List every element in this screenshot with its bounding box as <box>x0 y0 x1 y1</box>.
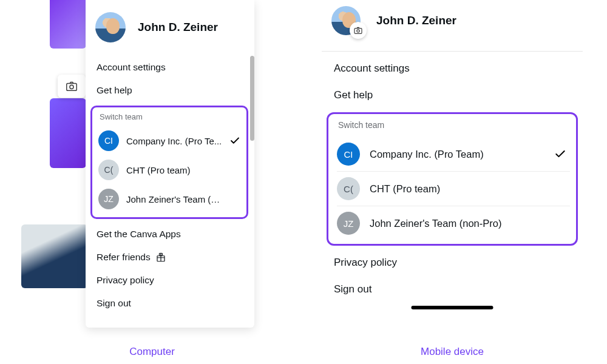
team-name: CHT (Pro team) <box>370 183 544 195</box>
bg-tile-3 <box>21 224 88 288</box>
get-apps-label: Get the Canva Apps <box>97 229 181 240</box>
camera-tab[interactable] <box>58 75 86 98</box>
switch-team-section: Switch team CI Company Inc. (Pro Team) C… <box>327 112 578 246</box>
privacy-label: Privacy policy <box>97 275 154 286</box>
team-name: Company Inc. (Pro Team) <box>370 149 544 160</box>
team-badge: JZ <box>98 189 119 209</box>
divider <box>322 51 583 52</box>
avatar-wrap <box>331 6 361 35</box>
gift-icon <box>155 252 166 263</box>
team-badge: JZ <box>337 212 360 235</box>
profile-row[interactable]: John D. Zeiner <box>86 6 254 56</box>
team-name: John Zeiner's Team (n... <box>126 194 222 204</box>
get-help-label: Get help <box>97 85 132 96</box>
camera-icon <box>65 79 78 93</box>
team-badge: C( <box>98 160 119 180</box>
switch-team-section: Switch team CI Company Inc. (Pro Te... C… <box>90 106 248 219</box>
svg-point-4 <box>357 30 359 32</box>
account-settings[interactable]: Account settings <box>86 56 254 79</box>
sign-out[interactable]: Sign out <box>322 276 583 303</box>
account-menu-mobile: John D. Zeiner Account settings Get help… <box>322 0 583 328</box>
team-name: John Zeiner's Team (non-Pro) <box>370 218 544 229</box>
team-row[interactable]: CI Company Inc. (Pro Te... <box>98 126 245 155</box>
sign-out-label: Sign out <box>334 283 371 295</box>
privacy-policy[interactable]: Privacy policy <box>86 269 254 292</box>
caption-computer: Computer <box>50 346 254 358</box>
scrollbar[interactable] <box>250 56 254 141</box>
account-menu-desktop: John D. Zeiner Account settings Get help… <box>86 0 254 328</box>
camera-icon <box>353 25 363 35</box>
profile-name: John D. Zeiner <box>376 14 456 27</box>
change-photo-button[interactable] <box>350 22 367 39</box>
check-icon <box>229 135 242 146</box>
svg-point-1 <box>70 85 73 89</box>
svg-rect-0 <box>67 83 77 90</box>
account-settings[interactable]: Account settings <box>322 55 583 82</box>
refer-friends-label: Refer friends <box>97 252 151 263</box>
team-row[interactable]: CI Company Inc. (Pro Team) <box>337 137 570 171</box>
home-indicator[interactable] <box>412 306 493 309</box>
team-row[interactable]: JZ John Zeiner's Team (n... <box>98 184 245 214</box>
team-row[interactable]: C( CHT (Pro team) <box>98 155 245 184</box>
get-apps[interactable]: Get the Canva Apps <box>86 223 254 246</box>
sign-out[interactable]: Sign out <box>86 292 254 315</box>
sign-out-label: Sign out <box>97 298 131 309</box>
privacy-policy[interactable]: Privacy policy <box>322 249 583 276</box>
get-help-label: Get help <box>334 89 373 101</box>
team-badge: C( <box>337 177 360 200</box>
team-name: CHT (Pro team) <box>126 165 222 175</box>
get-help[interactable]: Get help <box>86 79 254 102</box>
team-name: Company Inc. (Pro Te... <box>126 136 222 146</box>
team-row[interactable]: JZ John Zeiner's Team (non-Pro) <box>337 206 570 240</box>
bg-tile-2 <box>50 98 86 168</box>
svg-rect-3 <box>354 29 362 34</box>
check-icon <box>554 148 566 160</box>
account-settings-label: Account settings <box>97 62 166 73</box>
caption-mobile: Mobile device <box>322 346 583 358</box>
privacy-label: Privacy policy <box>334 257 397 269</box>
get-help[interactable]: Get help <box>322 82 583 109</box>
switch-team-header: Switch team <box>337 120 570 137</box>
team-badge: CI <box>337 143 360 166</box>
profile-row[interactable]: John D. Zeiner <box>322 0 583 47</box>
team-badge: CI <box>98 130 119 151</box>
refer-friends[interactable]: Refer friends <box>86 246 254 269</box>
avatar <box>95 12 126 42</box>
team-row[interactable]: C( CHT (Pro team) <box>337 172 570 206</box>
switch-team-header: Switch team <box>98 112 245 126</box>
profile-name: John D. Zeiner <box>138 21 218 34</box>
account-settings-label: Account settings <box>334 62 410 75</box>
bg-tile-1 <box>50 0 86 49</box>
